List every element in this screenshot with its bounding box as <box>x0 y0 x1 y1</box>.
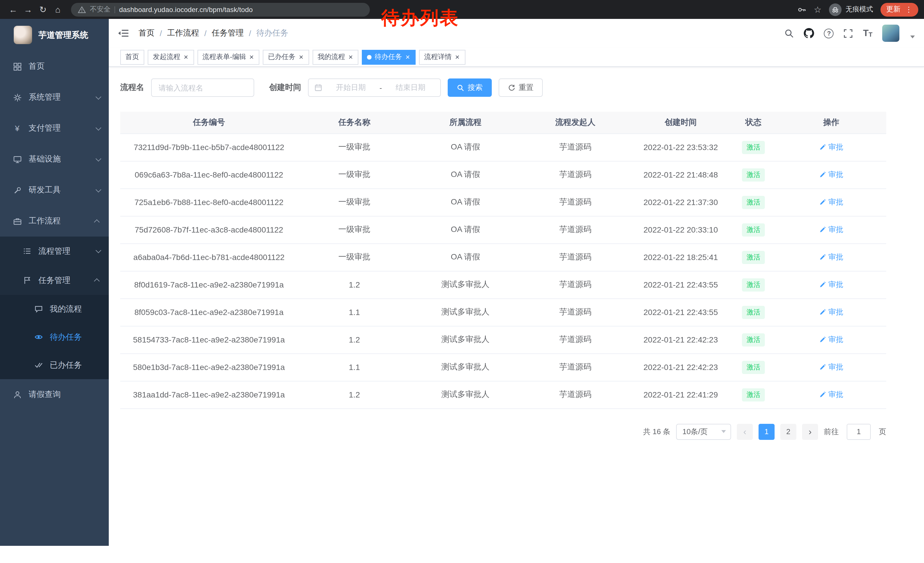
address-bar[interactable]: 不安全 dashboard.yudao.iocoder.cn/bpm/task/… <box>71 3 370 17</box>
page-button-2[interactable]: 2 <box>780 423 796 440</box>
approve-link[interactable]: 审批 <box>819 389 843 400</box>
logo[interactable]: 芋道管理系统 <box>0 19 109 51</box>
approve-link[interactable]: 审批 <box>819 225 843 235</box>
cell-created: 2022-01-22 21:37:30 <box>631 188 730 216</box>
tab-my-process[interactable]: 我的流程× <box>313 50 358 65</box>
sidebar-item-my-process[interactable]: 我的流程 <box>0 295 109 323</box>
font-size-icon[interactable]: TT <box>863 29 873 38</box>
approve-link[interactable]: 审批 <box>819 279 843 290</box>
close-icon[interactable]: × <box>348 53 354 61</box>
breadcrumb-separator: / <box>204 29 207 38</box>
double-check-icon <box>33 361 44 369</box>
tab-form-edit[interactable]: 流程表单-编辑× <box>197 50 260 65</box>
sidebar-item-infrastructure[interactable]: 基础设施 <box>0 144 109 175</box>
cell-task-name: 一级审批 <box>298 161 411 188</box>
cell-action: 审批 <box>776 381 886 408</box>
breadcrumb-item[interactable]: 首页 <box>138 28 154 38</box>
navbar-actions: ? TT <box>784 25 915 42</box>
approve-link[interactable]: 审批 <box>819 307 843 317</box>
tab-start-process[interactable]: 发起流程× <box>148 50 194 65</box>
cell-status: 激活 <box>730 299 776 326</box>
process-name-input[interactable] <box>151 78 254 97</box>
cell-task-id: 725a1eb6-7b88-11ec-8ef0-acde48001122 <box>120 188 298 216</box>
caret-down-icon <box>722 430 726 433</box>
tab-todo-tasks[interactable]: 待办任务× <box>362 50 416 65</box>
start-date-placeholder[interactable]: 开始日期 <box>327 83 375 93</box>
goto-page-input[interactable] <box>847 423 871 440</box>
approve-link[interactable]: 审批 <box>819 197 843 207</box>
sidebar-item-leave-query[interactable]: 请假查询 <box>0 379 109 410</box>
approve-link[interactable]: 审批 <box>819 362 843 372</box>
collapse-sidebar-icon[interactable] <box>118 29 129 38</box>
incognito-badge: 无痕模式 <box>829 3 873 16</box>
breadcrumb-item[interactable]: 工作流程 <box>167 28 199 38</box>
close-icon[interactable]: × <box>405 53 411 61</box>
sidebar-item-system[interactable]: 系统管理 <box>0 82 109 113</box>
cell-initiator: 芋道源码 <box>520 381 631 408</box>
cell-action: 审批 <box>776 161 886 188</box>
help-icon[interactable]: ? <box>824 29 834 38</box>
close-icon[interactable]: × <box>454 53 460 61</box>
close-icon[interactable]: × <box>298 53 304 61</box>
search-icon[interactable] <box>784 29 794 38</box>
dashboard-icon <box>12 62 22 71</box>
avatar[interactable] <box>882 25 899 42</box>
sidebar-item-workflow[interactable]: 工作流程 <box>0 206 109 237</box>
tab-process-detail[interactable]: 流程详情× <box>419 50 465 65</box>
approve-link[interactable]: 审批 <box>819 142 843 152</box>
breadcrumb-item[interactable]: 任务管理 <box>212 28 244 38</box>
cell-process: 测试多审批人 <box>411 353 520 381</box>
sidebar-item-task-management[interactable]: 任务管理 <box>0 266 109 295</box>
caret-down-icon[interactable] <box>910 35 915 38</box>
cell-task-id: 73211d9d-7b9b-11ec-b5b7-acde48001122 <box>120 134 298 161</box>
approve-link[interactable]: 审批 <box>819 252 843 262</box>
github-icon[interactable] <box>804 28 814 38</box>
cell-process: OA 请假 <box>411 216 520 243</box>
breadcrumb-separator: / <box>160 29 162 38</box>
close-icon[interactable]: × <box>249 53 254 61</box>
close-icon[interactable]: × <box>183 53 189 61</box>
cell-initiator: 芋道源码 <box>520 353 631 381</box>
prev-page-button[interactable]: ‹ <box>737 423 753 440</box>
col-created: 创建时间 <box>631 112 730 134</box>
fullscreen-icon[interactable] <box>844 29 853 38</box>
browser-menu-icon[interactable]: ⋮ <box>905 6 912 13</box>
cell-task-id: 75d72608-7b7f-11ec-a3c8-acde48001122 <box>120 216 298 243</box>
sidebar-item-devtools[interactable]: 研发工具 <box>0 175 109 206</box>
page-size-select[interactable]: 10条/页 <box>676 423 731 440</box>
sidebar-item-done-tasks[interactable]: 已办任务 <box>0 351 109 379</box>
monitor-icon <box>12 155 22 164</box>
sidebar-item-home[interactable]: 首页 <box>0 51 109 82</box>
key-icon[interactable] <box>797 5 806 14</box>
sidebar-item-process-management[interactable]: 流程管理 <box>0 237 109 266</box>
total-count: 共 16 条 <box>643 426 670 437</box>
update-button[interactable]: 更新 ⋮ <box>880 3 918 17</box>
cell-task-name: 一级审批 <box>298 243 411 271</box>
cell-action: 审批 <box>776 216 886 243</box>
table-row: 8f0d1619-7ac8-11ec-a9e2-a2380e71991a 1.2… <box>120 271 886 299</box>
next-page-button[interactable]: › <box>802 423 818 440</box>
approve-link[interactable]: 审批 <box>819 335 843 345</box>
logo-avatar <box>14 26 32 44</box>
date-range-picker[interactable]: 开始日期 - 结束日期 <box>308 78 441 97</box>
cell-created: 2022-01-21 22:42:23 <box>631 326 730 353</box>
reset-button[interactable]: 重置 <box>499 78 543 97</box>
reload-button[interactable]: ↻ <box>36 2 50 17</box>
incognito-label: 无痕模式 <box>846 5 873 14</box>
bookmark-star-icon[interactable]: ☆ <box>814 4 822 15</box>
tab-home[interactable]: 首页 <box>120 50 144 65</box>
search-button[interactable]: 搜索 <box>448 78 492 97</box>
wrench-icon <box>12 186 22 194</box>
page-button-1[interactable]: 1 <box>759 423 775 440</box>
home-button[interactable]: ⌂ <box>50 2 65 17</box>
forward-button[interactable]: → <box>21 2 36 17</box>
page: ← → ↻ ⌂ 不安全 dashboard.yudao.iocoder.cn/b… <box>0 0 924 563</box>
end-date-placeholder[interactable]: 结束日期 <box>386 83 435 93</box>
sidebar-item-payment[interactable]: ¥ 支付管理 <box>0 113 109 144</box>
sidebar-item-todo-tasks[interactable]: 待办任务 <box>0 323 109 351</box>
back-button[interactable]: ← <box>6 2 21 17</box>
tab-done-tasks[interactable]: 已办任务× <box>263 50 309 65</box>
security-label: 不安全 <box>90 5 111 14</box>
approve-link[interactable]: 审批 <box>819 170 843 180</box>
table-row: 73211d9d-7b9b-11ec-b5b7-acde48001122 一级审… <box>120 134 886 161</box>
